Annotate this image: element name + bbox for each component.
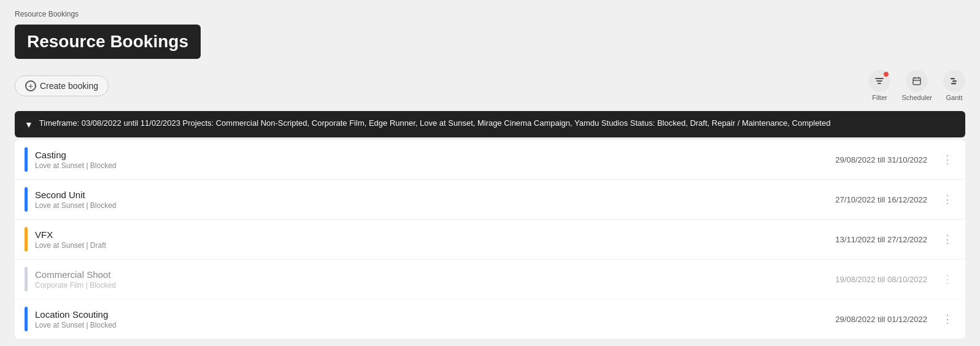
booking-date-range: 27/10/2022 till 16/12/2022 (835, 195, 927, 204)
booking-info: Casting Love at Sunset | Blocked (35, 150, 828, 170)
booking-name: Commercial Shoot (35, 269, 828, 280)
booking-info: Commercial Shoot Corporate Film | Blocke… (35, 269, 828, 290)
filter-bar: ▼ Timeframe: 03/08/2022 until 11/02/2023… (15, 111, 965, 137)
booking-menu-button[interactable]: ⋮ (939, 311, 955, 327)
booking-item: Second Unit Love at Sunset | Blocked 27/… (15, 180, 965, 220)
svg-rect-1 (951, 78, 955, 80)
booking-date-range: 13/11/2022 till 27/12/2022 (835, 235, 927, 244)
page-container: Resource Bookings Resource Bookings + Cr… (0, 0, 980, 346)
booking-info: VFX Love at Sunset | Draft (35, 229, 828, 250)
booking-name: Second Unit (35, 190, 828, 200)
svg-rect-0 (913, 78, 920, 85)
booking-menu-button[interactable]: ⋮ (939, 231, 955, 247)
scheduler-label: Scheduler (901, 94, 932, 101)
booking-item: VFX Love at Sunset | Draft 13/11/2022 ti… (15, 220, 965, 260)
booking-menu-button[interactable]: ⋮ (939, 152, 955, 167)
filter-action[interactable]: Filter (868, 70, 890, 101)
gantt-icon (949, 76, 959, 86)
scheduler-icon (912, 76, 922, 86)
booking-color-bar (25, 267, 28, 291)
funnel-icon: ▼ (25, 118, 33, 131)
booking-meta: Love at Sunset | Blocked (35, 161, 828, 170)
booking-color-bar (25, 147, 28, 172)
svg-rect-3 (951, 83, 956, 85)
booking-item: Commercial Shoot Corporate Film | Blocke… (15, 260, 965, 299)
create-booking-button[interactable]: + Create booking (15, 75, 109, 96)
booking-item: Location Scouting Love at Sunset | Block… (15, 299, 965, 339)
booking-color-bar (25, 187, 28, 212)
toolbar: + Create booking Filter (15, 70, 965, 101)
gantt-action[interactable]: Gantt (943, 70, 965, 101)
gantt-label: Gantt (946, 94, 963, 101)
booking-date-range: 29/08/2022 till 01/12/2022 (835, 315, 927, 324)
booking-name: Location Scouting (35, 309, 828, 320)
filter-label: Filter (872, 94, 887, 101)
scheduler-icon-container (906, 70, 928, 92)
booking-info: Location Scouting Love at Sunset | Block… (35, 309, 828, 329)
booking-menu-button[interactable]: ⋮ (939, 271, 955, 287)
booking-name: Casting (35, 150, 828, 160)
booking-color-bar (25, 307, 28, 331)
booking-meta: Love at Sunset | Blocked (35, 321, 828, 329)
booking-meta: Love at Sunset | Blocked (35, 201, 828, 210)
booking-item: Casting Love at Sunset | Blocked 29/08/2… (15, 140, 965, 180)
svg-rect-2 (952, 80, 957, 82)
scheduler-action[interactable]: Scheduler (901, 70, 932, 101)
toolbar-right: Filter Scheduler (868, 70, 965, 101)
booking-name: VFX (35, 229, 828, 240)
plus-icon: + (25, 80, 36, 91)
page-title: Resource Bookings (15, 25, 201, 59)
booking-color-bar (25, 227, 28, 252)
booking-menu-button[interactable]: ⋮ (939, 191, 955, 207)
breadcrumb: Resource Bookings (15, 10, 965, 18)
booking-date-range: 29/08/2022 till 31/10/2022 (835, 155, 927, 164)
booking-meta: Corporate Film | Blocked (35, 281, 828, 290)
filter-icon (874, 76, 884, 86)
create-booking-label: Create booking (40, 81, 98, 91)
filter-badge (883, 71, 889, 77)
filter-icon-container (868, 70, 890, 92)
filter-bar-text: Timeframe: 03/08/2022 until 11/02/2023 P… (39, 117, 831, 129)
booking-list: Casting Love at Sunset | Blocked 29/08/2… (15, 140, 965, 339)
booking-info: Second Unit Love at Sunset | Blocked (35, 190, 828, 210)
gantt-icon-container (943, 70, 965, 92)
booking-date-range: 19/08/2022 till 08/10/2022 (835, 275, 927, 284)
booking-meta: Love at Sunset | Draft (35, 241, 828, 250)
